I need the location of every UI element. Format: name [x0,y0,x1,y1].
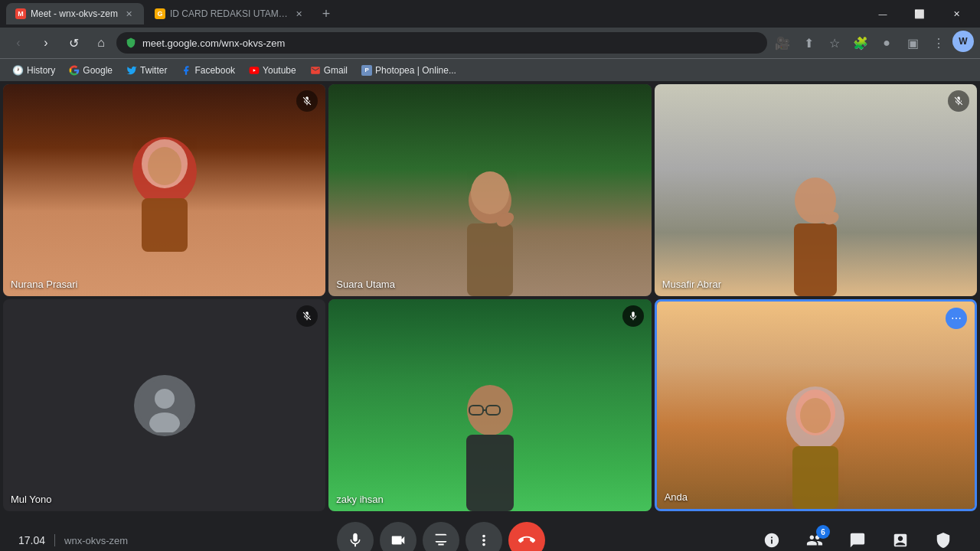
tab-favicon-idcard: G [155,8,165,19]
info-icon [763,532,780,549]
video-bg-zaky [328,299,651,511]
bookmark-facebook[interactable]: Facebook [175,62,241,79]
name-mulyono: Mul Yono [11,494,52,505]
activities-button[interactable] [882,522,919,551]
tab-bar: M Meet - wnx-okvs-zem ✕ G ID CARD REDAKS… [0,0,980,28]
meet-right-controls: 6 [753,522,962,551]
security-icon [935,532,952,549]
new-tab-button[interactable]: + [315,3,337,24]
bookmark-gmail[interactable]: Gmail [304,62,354,79]
close-button[interactable]: ✕ [939,0,974,28]
bookmark-google[interactable]: Google [63,62,119,79]
video-cell-zaky: zaky ihsan [328,299,651,511]
maximize-button[interactable]: ⬜ [902,0,937,28]
chat-button[interactable] [839,522,876,551]
meet-time: 17.04 [18,534,45,546]
forward-button[interactable]: › [34,31,58,55]
activities-icon [892,532,909,549]
person-musafir-svg [762,158,869,296]
bookmark-history[interactable]: 🕐 History [6,62,61,79]
end-call-icon [518,532,535,549]
extension-icon[interactable]: ● [874,31,899,55]
home-button[interactable]: ⌂ [89,31,113,55]
svg-point-13 [155,389,175,409]
person-anda-svg [766,379,865,509]
menu-button[interactable]: ⋮ [926,31,951,55]
camera-toolbar-button[interactable]: 🎥 [770,31,795,55]
bookmark-label-google: Google [83,65,113,76]
avatar-mulyono [134,375,195,436]
tab-idcard[interactable]: G ID CARD REDAKSI UTAMA - wid... ✕ [145,3,314,24]
tab-close-meet[interactable]: ✕ [122,8,135,20]
minimize-button[interactable]: — [865,0,900,28]
bookmark-label-facebook: Facebook [194,65,235,76]
svg-rect-19 [466,435,514,511]
bookmark-photopea[interactable]: P Photopea | Online... [355,62,462,79]
avatar-person-icon [138,379,191,432]
svg-point-6 [471,171,509,214]
tab-title-idcard: ID CARD REDAKSI UTAMA - wid... [170,8,288,19]
video-cell-suara: Suara Utama [328,84,651,296]
participants-button[interactable]: 6 [796,522,833,551]
camera-icon [390,532,407,549]
present-icon [433,532,449,549]
bookmark-button[interactable]: ☆ [822,31,847,55]
facebook-icon [181,65,191,76]
share-button[interactable]: ⬆ [796,31,821,55]
toolbar-icons: 🎥 ⬆ ☆ 🧩 ● ▣ ⋮ W [770,31,974,55]
security-button[interactable] [925,522,962,551]
present-button[interactable] [423,522,459,551]
more-options-button[interactable] [466,522,502,551]
person-nurana-svg [119,129,211,252]
sidebar-button[interactable]: ▣ [900,31,925,55]
profile-button[interactable]: W [952,31,974,52]
video-bg-anda [657,302,975,509]
bookmark-favicon-history: 🕐 [12,65,24,76]
bookmark-youtube[interactable]: Youtube [243,62,302,79]
browser-toolbar: ‹ › ↺ ⌂ meet.google.com/wnx-okvs-zem 🎥 ⬆… [0,28,980,58]
mic-button[interactable] [337,522,374,551]
bookmark-twitter[interactable]: Twitter [120,62,173,79]
chat-icon [849,532,866,549]
tab-meet[interactable]: M Meet - wnx-okvs-zem ✕ [6,3,144,24]
svg-point-15 [467,385,513,435]
mic-icon [347,532,364,549]
meet-divider [54,534,55,546]
address-bar[interactable]: meet.google.com/wnx-okvs-zem [116,32,767,54]
mic-muted-musafir [948,90,969,112]
svg-rect-10 [794,223,837,296]
meet-info: 17.04 wnx-okvs-zem [18,534,128,546]
name-nurana: Nurana Prasari [11,279,77,290]
person-zaky-svg [433,366,547,511]
bookmarks-bar: 🕐 History Google Twitter Facebook Youtub… [0,58,980,81]
bookmark-label-twitter: Twitter [140,65,167,76]
video-cell-nurana: Nurana Prasari [3,84,325,296]
tab-close-idcard[interactable]: ✕ [292,8,305,20]
meet-container: Nurana Prasari Suara Utama [0,81,980,514]
back-button[interactable]: ‹ [6,31,31,55]
extensions-button[interactable]: 🧩 [848,31,873,55]
video-bg-suara [328,84,651,296]
video-grid: Nurana Prasari Suara Utama [0,81,980,514]
svg-rect-4 [142,198,188,252]
name-anda: Anda [665,491,688,503]
svg-rect-23 [792,446,838,509]
tab-title-meet: Meet - wnx-okvs-zem [31,8,118,19]
meet-controls [337,522,545,551]
secure-icon [126,37,136,48]
bookmark-label-history: History [27,65,55,76]
more-options-anda[interactable]: ⋯ [946,308,967,329]
youtube-icon [249,65,260,76]
window-controls: — ⬜ ✕ [865,0,974,28]
tab-favicon-meet: M [15,8,26,19]
info-button[interactable] [753,522,790,551]
video-bg-musafir [655,84,977,296]
url-text: meet.google.com/wnx-okvs-zem [142,37,758,49]
refresh-button[interactable]: ↺ [61,31,86,55]
camera-button[interactable] [380,522,416,551]
mic-off-icon-mulyono [302,311,312,321]
end-call-button[interactable] [508,522,545,551]
participants-badge: 6 [816,525,830,539]
gmail-icon [310,65,321,76]
mic-off-icon-musafir [953,96,964,106]
